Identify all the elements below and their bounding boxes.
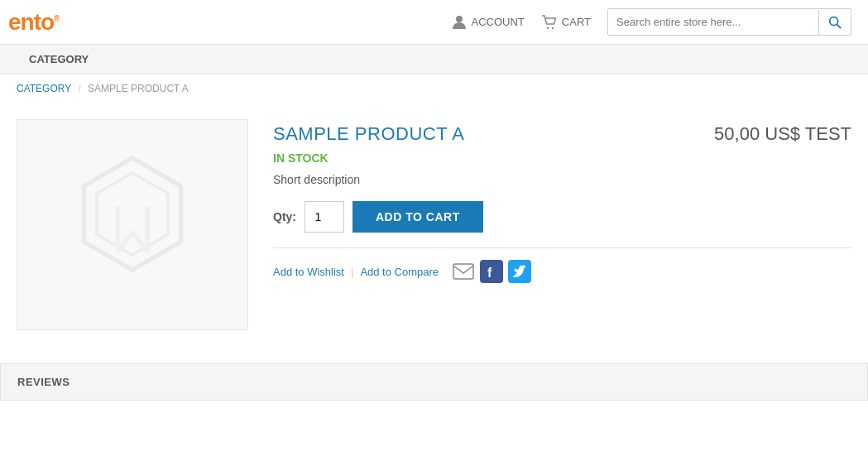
svg-marker-6 [97,173,168,255]
header-actions: ACCOUNT CART [451,14,591,31]
product-actions-row: Add to Wishlist | Add to Compare f [273,247,851,283]
account-icon [451,14,468,31]
search-form [607,8,851,36]
facebook-share-icon[interactable]: f [480,260,503,283]
svg-point-1 [547,26,549,28]
add-to-compare-link[interactable]: Add to Compare [360,266,439,278]
product-details: SAMPLE PRODUCT A 50,00 US$ TEST IN STOCK… [273,119,851,330]
cart-label: CART [562,16,591,28]
search-input[interactable] [608,9,818,35]
svg-line-4 [837,24,842,28]
social-icons: f [452,260,531,283]
breadcrumb-separator: / [78,83,80,94]
qty-label: Qty: [273,210,296,223]
search-icon [827,15,842,30]
logo-area: ento® [8,9,59,36]
product-area: SAMPLE PRODUCT A 50,00 US$ TEST IN STOCK… [0,103,868,347]
logo-trademark: ® [54,13,59,22]
cart-icon [541,14,558,31]
breadcrumb: CATEGORY / SAMPLE PRODUCT A [0,74,868,103]
product-name: SAMPLE PRODUCT A [273,123,464,145]
email-share-icon[interactable] [452,260,475,283]
svg-text:f: f [487,266,492,280]
svg-rect-7 [453,264,473,279]
product-image-placeholder [58,151,207,300]
search-button[interactable] [818,10,851,35]
product-availability: IN STOCK [273,151,851,165]
account-label: ACCOUNT [472,16,525,28]
product-title-row: SAMPLE PRODUCT A 50,00 US$ TEST [273,123,851,145]
product-image-container [17,119,248,330]
reviews-section: REVIEWS [0,363,868,401]
svg-point-2 [552,26,554,28]
twitter-share-icon[interactable] [508,260,531,283]
svg-marker-5 [84,158,181,270]
qty-input[interactable] [305,201,344,233]
breadcrumb-current: SAMPLE PRODUCT A [88,83,189,94]
cart-row: Qty: ADD TO CART [273,201,851,233]
add-to-wishlist-link[interactable]: Add to Wishlist [273,266,344,278]
header: ento® ACCOUNT CART [0,0,868,45]
breadcrumb-parent-link[interactable]: CATEGORY [17,83,71,94]
product-price: 50,00 US$ TEST [714,123,851,145]
account-link[interactable]: ACCOUNT [451,14,525,31]
svg-point-0 [456,16,463,22]
cart-link[interactable]: CART [541,14,591,31]
add-to-cart-button[interactable]: ADD TO CART [352,201,483,233]
nav-item-category[interactable]: CATEGORY [17,45,101,74]
header-right: ACCOUNT CART [451,8,851,36]
logo-text: ento [8,9,54,35]
svg-point-3 [830,17,838,25]
product-short-description: Short description [273,173,851,186]
action-separator: | [351,266,353,278]
logo: ento® [8,9,59,36]
nav-bar: CATEGORY [0,45,868,74]
reviews-header: REVIEWS [1,364,867,400]
